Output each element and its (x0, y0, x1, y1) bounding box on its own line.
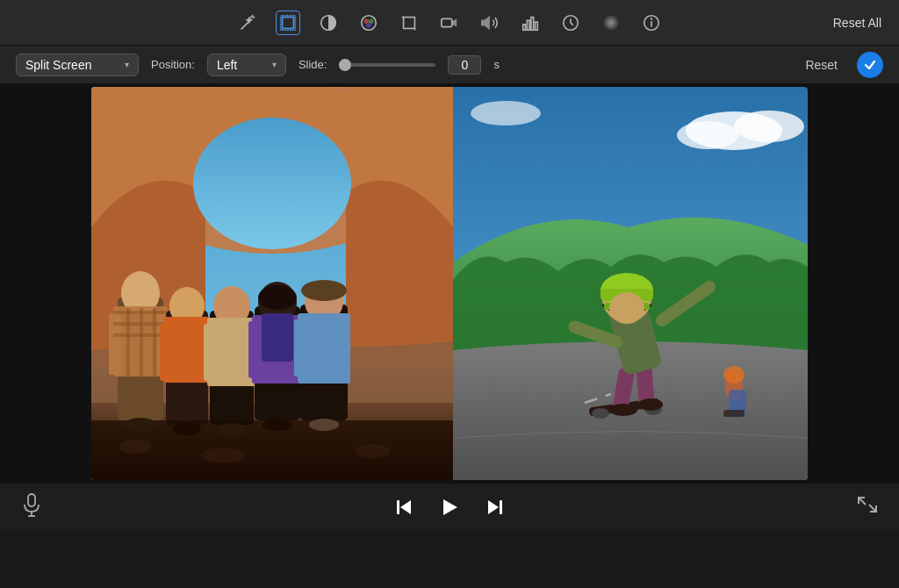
svg-rect-47 (160, 324, 170, 381)
video-camera-icon[interactable] (437, 11, 462, 35)
svg-rect-42 (140, 308, 143, 378)
skip-forward-button[interactable] (485, 498, 504, 517)
svg-point-83 (592, 408, 609, 419)
svg-marker-106 (443, 499, 457, 515)
skip-forward-icon (485, 498, 504, 517)
left-video-panel (91, 87, 453, 480)
svg-rect-5 (283, 17, 294, 28)
svg-point-26 (651, 18, 652, 18)
svg-marker-15 (482, 17, 489, 28)
color-icon[interactable] (356, 11, 381, 35)
left-scene-image (91, 87, 453, 480)
magic-wand-icon[interactable] (235, 11, 260, 35)
position-dropdown[interactable]: Left ▾ (207, 54, 286, 76)
reset-all-button[interactable]: Reset All (833, 16, 881, 30)
filter-icon[interactable] (599, 11, 623, 35)
svg-point-80 (471, 101, 541, 125)
play-icon (439, 497, 460, 518)
transport-controls (42, 497, 857, 518)
svg-rect-52 (204, 324, 214, 381)
svg-point-8 (364, 18, 370, 24)
svg-line-109 (869, 505, 876, 512)
split-screen-container (91, 87, 808, 480)
svg-point-79 (677, 121, 738, 149)
info-icon[interactable] (639, 11, 664, 35)
svg-point-23 (608, 20, 614, 25)
svg-rect-14 (442, 18, 452, 26)
svg-point-72 (173, 423, 201, 435)
top-toolbar: Reset All (0, 0, 899, 46)
svg-point-63 (301, 280, 347, 301)
play-button[interactable] (439, 497, 460, 518)
controls-bar: Split Screen ▾ Position: Left ▾ Slide: 0… (0, 46, 899, 84)
svg-point-99 (723, 366, 744, 384)
svg-point-71 (125, 418, 156, 432)
svg-line-110 (859, 498, 866, 505)
slide-slider[interactable] (339, 63, 435, 67)
position-label: Position: (151, 58, 195, 71)
svg-rect-100 (723, 410, 744, 417)
svg-marker-105 (400, 500, 411, 514)
effect-label: Split Screen (25, 58, 91, 72)
svg-point-70 (355, 444, 390, 458)
svg-rect-107 (500, 500, 502, 514)
svg-point-10 (366, 23, 371, 28)
svg-rect-16 (523, 24, 526, 29)
skip-back-button[interactable] (395, 498, 414, 517)
svg-point-88 (638, 398, 663, 411)
audio-icon[interactable] (478, 11, 502, 35)
svg-rect-65 (294, 319, 305, 376)
svg-point-68 (119, 440, 151, 454)
svg-rect-43 (153, 308, 156, 378)
slide-label: Slide: (298, 58, 327, 71)
svg-rect-19 (536, 22, 538, 30)
svg-rect-11 (404, 17, 415, 28)
svg-line-0 (241, 21, 249, 29)
svg-point-96 (609, 292, 644, 324)
right-scene-image (453, 87, 808, 480)
svg-marker-108 (488, 500, 499, 514)
position-value: Left (217, 58, 237, 72)
svg-rect-17 (527, 20, 529, 30)
transport-bar (0, 483, 899, 530)
svg-rect-18 (531, 17, 534, 30)
svg-point-31 (193, 118, 351, 249)
svg-point-69 (201, 448, 245, 463)
svg-point-75 (309, 419, 339, 431)
svg-rect-101 (28, 494, 35, 506)
slide-value[interactable]: 0 (448, 55, 481, 75)
microphone-button[interactable] (21, 492, 42, 522)
skip-back-icon (395, 498, 414, 517)
correction-icon[interactable] (316, 11, 341, 35)
seconds-unit: s (493, 58, 500, 71)
fullscreen-button[interactable] (857, 496, 878, 518)
speed-icon[interactable] (558, 11, 583, 35)
right-video-panel (453, 87, 808, 480)
svg-rect-66 (340, 319, 350, 376)
microphone-icon (21, 492, 42, 517)
transform-icon[interactable] (276, 11, 300, 35)
equalizer-icon[interactable] (518, 11, 543, 35)
svg-rect-41 (126, 308, 130, 378)
svg-point-74 (263, 419, 292, 431)
svg-point-78 (734, 111, 804, 142)
confirm-button[interactable] (857, 52, 883, 78)
preview-area (0, 84, 899, 483)
svg-point-73 (218, 423, 246, 435)
checkmark-icon (863, 58, 877, 72)
svg-rect-60 (262, 313, 293, 362)
reset-button[interactable]: Reset (805, 58, 838, 72)
fullscreen-icon (857, 496, 878, 513)
effect-dropdown[interactable]: Split Screen ▾ (16, 54, 139, 76)
chevron-down-icon-2: ▾ (272, 60, 277, 69)
svg-point-87 (609, 404, 637, 416)
svg-point-9 (369, 18, 374, 24)
chevron-down-icon: ▾ (125, 60, 129, 69)
svg-point-56 (258, 285, 297, 310)
crop-icon[interactable] (397, 11, 421, 35)
svg-rect-58 (248, 321, 259, 378)
svg-rect-104 (397, 500, 399, 514)
